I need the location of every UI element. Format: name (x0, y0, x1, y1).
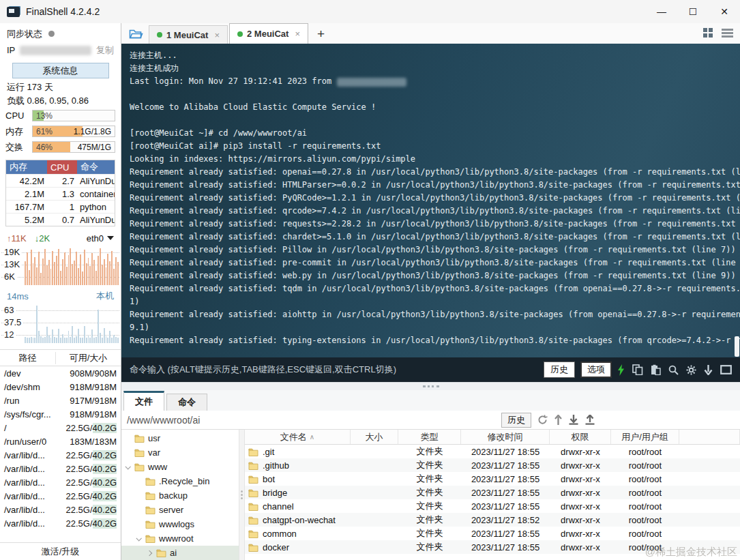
interface-dropdown[interactable]: eth0 (87, 233, 114, 244)
process-row[interactable]: 42.2M2.7AliYunDu... (6, 174, 115, 187)
disk-row[interactable]: /sys/fs/cgr...918M/918M (0, 407, 121, 421)
terminal-scrollbar[interactable] (735, 336, 739, 357)
disk-header-size[interactable]: 可用/大小 (56, 352, 121, 364)
disk-row[interactable]: /run917M/918M (0, 394, 121, 407)
system-info-button[interactable]: 系统信息 (12, 63, 109, 78)
disk-row[interactable]: /var/lib/d...22.5G/40.2G (0, 489, 121, 503)
chevron-down-icon[interactable] (135, 537, 142, 541)
tree-item-www[interactable]: www (121, 460, 239, 474)
tree-item-server[interactable]: server (121, 503, 239, 517)
file-table: 文件名∧大小类型修改时间权限用户/用户组 .git文件夹2023/11/27 1… (245, 430, 740, 560)
process-row[interactable]: 2.1M1.3container... (6, 187, 115, 200)
disk-row[interactable]: /dev908M/908M (0, 366, 121, 380)
tree-item-var[interactable]: var (121, 445, 239, 460)
chart-bar (93, 260, 95, 285)
copy-icon[interactable] (632, 364, 643, 375)
file-row-channel[interactable]: channel文件夹2023/11/27 18:55drwxr-xr-xroot… (245, 499, 740, 513)
metric-label: 交换 (5, 141, 28, 153)
process-header-cpu[interactable]: CPU (47, 160, 77, 174)
terminal[interactable]: 连接主机...连接主机成功Last login: Mon Nov 27 19:1… (121, 44, 740, 357)
disk-row[interactable]: /var/lib/d...22.5G/40.2G (0, 475, 121, 489)
chart-bar (50, 338, 52, 343)
path-input[interactable]: /www/wwwroot/ai (127, 415, 495, 426)
ping-latency: 14ms (7, 291, 29, 301)
refresh-icon[interactable] (537, 415, 548, 425)
paste-icon[interactable] (651, 364, 661, 375)
maximize-button[interactable]: ☐ (677, 0, 709, 23)
disk-row[interactable]: /22.5G/40.2G (0, 421, 121, 434)
file-row-bridge[interactable]: bridge文件夹2023/11/27 18:55drwxr-xr-xroot/… (245, 486, 740, 499)
menu-icon[interactable] (722, 29, 733, 38)
chevron-down-icon[interactable] (124, 465, 131, 469)
options-button[interactable]: 选项 (580, 362, 612, 378)
tab-session-1[interactable]: 1 MeuiCat × (149, 25, 228, 44)
tab-close-icon[interactable]: × (295, 29, 300, 39)
chart-bar (38, 252, 40, 285)
lightning-icon[interactable] (617, 364, 625, 376)
file-header-2[interactable]: 类型 (398, 430, 461, 444)
disk-row[interactable]: /dev/shm918M/918M (0, 380, 121, 394)
disk-header-path[interactable]: 路径 (0, 352, 56, 364)
disk-row[interactable]: /run/user/0183M/183M (0, 434, 121, 448)
file-header-3[interactable]: 修改时间 (461, 430, 550, 444)
file-row-bot[interactable]: bot文件夹2023/11/27 18:55drwxr-xr-xroot/roo… (245, 472, 740, 486)
process-row[interactable]: 5.2M0.7AliYunDun (6, 213, 115, 226)
activate-upgrade-button[interactable]: 激活/升级 (0, 542, 121, 560)
chart-bar (113, 269, 115, 285)
tree-item-ai[interactable]: ai (121, 546, 239, 560)
disk-row[interactable]: /var/lib/d...22.5G/40.2G (0, 448, 121, 462)
tab-session-2[interactable]: 2 MeuiCat × (229, 23, 308, 44)
file-cell: 文件夹 (398, 514, 461, 526)
file-row-common[interactable]: common文件夹2023/11/27 18:55drwxr-xr-xroot/… (245, 527, 740, 540)
close-button[interactable]: ✕ (709, 0, 740, 23)
download-icon[interactable] (704, 365, 713, 375)
search-icon[interactable] (668, 365, 679, 375)
chart-bar (44, 249, 46, 285)
minimize-button[interactable]: — (646, 0, 677, 23)
gear-icon[interactable] (686, 365, 696, 375)
process-row[interactable]: 167.7M1python (6, 200, 115, 213)
file-row-chatgpt-on-wechat[interactable]: chatgpt-on-wechat文件夹2023/11/27 18:52drwx… (245, 513, 740, 527)
download-file-icon[interactable] (569, 415, 578, 425)
file-header-0[interactable]: 文件名∧ (245, 430, 351, 444)
process-header-cmd[interactable]: 命令 (77, 160, 115, 174)
file-row-docker[interactable]: docker文件夹2023/11/27 18:55drwxr-xr-xroot/… (245, 540, 740, 554)
tree-item-backup[interactable]: backup (121, 488, 239, 503)
command-input[interactable]: 命令输入 (按ALT键提示历史,TAB键路径,ESC键返回,双击CTRL切换) (130, 364, 538, 376)
path-history-button[interactable]: 历史 (501, 413, 531, 428)
file-name-cell: docker (245, 542, 351, 552)
disk-row[interactable]: /var/lib/d...22.5G/40.2G (0, 462, 121, 475)
parent-folder-icon[interactable] (554, 415, 562, 425)
tree-scrollbar[interactable] (239, 430, 245, 560)
history-button[interactable]: 历史 (544, 362, 575, 378)
file-row-github[interactable]: .github文件夹2023/11/27 18:55drwxr-xr-xroot… (245, 458, 740, 472)
tab-commands[interactable]: 命令 (166, 394, 207, 411)
tree-item-wwwlogs[interactable]: wwwlogs (121, 517, 239, 531)
chart-bar (109, 331, 110, 343)
tree-item-usr[interactable]: usr (121, 431, 239, 445)
file-header-1[interactable]: 大小 (351, 430, 398, 444)
terminal-line: Requirement already satisfied: web.py in… (130, 269, 732, 282)
disk-row[interactable]: /var/lib/d...22.5G/40.2G (0, 516, 121, 530)
copy-ip-button[interactable]: 复制 (96, 44, 114, 57)
new-tab-button[interactable]: + (310, 27, 332, 44)
screen-icon[interactable] (720, 365, 732, 374)
chart-bar (33, 338, 34, 343)
tree-item-wwwroot[interactable]: wwwroot (121, 531, 239, 546)
file-cell: 2023/11/27 18:55 (461, 488, 550, 498)
tab-close-icon[interactable]: × (214, 30, 220, 40)
file-header-5[interactable]: 用户/用户组 (611, 430, 679, 444)
chevron-right-icon[interactable] (146, 551, 153, 555)
upload-file-icon[interactable] (585, 415, 595, 425)
panel-splitter[interactable] (121, 382, 740, 390)
tab-files[interactable]: 文件 (123, 391, 164, 411)
process-header-mem[interactable]: 内存 (6, 160, 47, 174)
net-ytick: 19K (4, 248, 22, 257)
metric-bar: 13% (32, 110, 115, 121)
tree-item-recyclebin[interactable]: .Recycle_bin (121, 474, 239, 488)
file-row-git[interactable]: .git文件夹2023/11/27 18:55drwxr-xr-xroot/ro… (245, 445, 740, 458)
open-connection-button[interactable] (124, 25, 149, 42)
disk-row[interactable]: /var/lib/d...22.5G/40.2G (0, 503, 121, 516)
file-header-4[interactable]: 权限 (550, 430, 611, 444)
grid-icon[interactable] (703, 28, 713, 38)
